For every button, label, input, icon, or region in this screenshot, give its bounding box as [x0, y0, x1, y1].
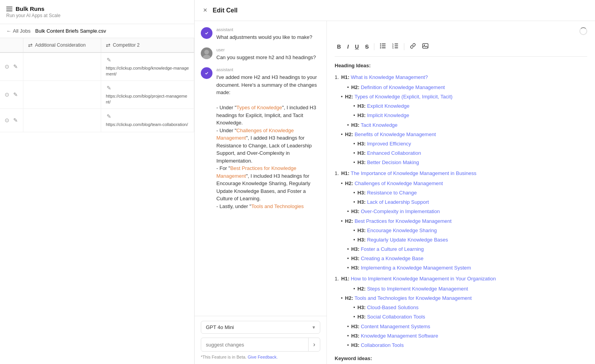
- th-additional: ⇄ Additional Consideration: [23, 38, 101, 52]
- back-link[interactable]: ← All Jobs: [6, 28, 31, 34]
- h3-item-8: • H3: Lack of Leadership Support: [335, 198, 587, 206]
- h3-item-5: • H3: Enhanced Collaboration: [335, 149, 587, 158]
- svg-point-8: [380, 47, 381, 49]
- edit-url-btn-2[interactable]: ✎: [106, 84, 112, 92]
- h2-item-2: • H2: Types of Knowledge (Explicit, Impl…: [335, 93, 587, 101]
- svg-rect-16: [423, 44, 428, 48]
- h1-item-2: 1. H1: The Importance of Knowledge Manag…: [335, 169, 587, 178]
- unordered-list-button[interactable]: [377, 42, 388, 51]
- chat-message-user: user Can you suggest more h2 and h3 head…: [201, 47, 320, 61]
- svg-point-2: [203, 55, 211, 59]
- h3-item-9: • H3: Over-Complexity in Implementation: [335, 207, 587, 216]
- chat-content-1: assistant What adjustments would you lik…: [216, 27, 320, 41]
- edit-url-btn-3[interactable]: ✎: [106, 112, 112, 120]
- edit-btn-3[interactable]: ✎: [12, 116, 19, 124]
- back-arrow-icon: ←: [6, 28, 11, 34]
- svg-point-17: [424, 45, 425, 46]
- chat-section: assistant What adjustments would you lik…: [195, 21, 327, 364]
- edit-btn-2[interactable]: ✎: [12, 91, 19, 98]
- feedback-link[interactable]: Give Feedback.: [247, 355, 277, 359]
- svg-point-3: [204, 70, 209, 76]
- model-name: GPT 4o Mini: [206, 324, 234, 330]
- assistant-avatar-1: [201, 27, 212, 39]
- svg-rect-15: [395, 47, 398, 48]
- check-icon[interactable]: ⊙: [5, 63, 9, 70]
- image-button[interactable]: [420, 41, 431, 52]
- close-button[interactable]: ×: [202, 5, 208, 15]
- edit-cell-body: assistant What adjustments would you lik…: [195, 21, 595, 364]
- chat-text-2: I've added more H2 and H3 headings to yo…: [216, 74, 320, 210]
- h2-item-4: • H2: Challenges of Knowledge Management: [335, 179, 587, 188]
- suggest-input-row: ›: [201, 338, 320, 352]
- model-selector[interactable]: GPT 4o Mini ▾: [201, 321, 320, 334]
- td-competitor-3: ✎ https://clickup.com/blog/team-collabor…: [101, 109, 194, 132]
- user-avatar: [201, 47, 212, 59]
- svg-point-0: [204, 30, 209, 36]
- app-subtitle: Run your AI Apps at Scale: [6, 13, 188, 18]
- h3-item-16: • H3: Social Collaboration Tools: [335, 313, 587, 321]
- h3-item-11: • H3: Regularly Update Knowledge Bases: [335, 236, 587, 244]
- link-button[interactable]: [407, 41, 418, 52]
- svg-rect-13: [395, 46, 398, 46]
- h3-item-1: • H3: Explicit Knowledge: [335, 102, 587, 110]
- check-icon-3[interactable]: ⊙: [5, 117, 9, 123]
- h3-item-19: • H3: Collaboration Tools: [335, 341, 587, 350]
- edit-cell-header: × Edit Cell: [195, 0, 595, 21]
- edit-url-btn-1[interactable]: ✎: [106, 56, 112, 64]
- table-row: ⊙ ✎ ✎ https://clickup.com/blog/project-m…: [0, 81, 194, 109]
- url-text-1: https://clickup.com/blog/knowledge-manag…: [106, 65, 189, 77]
- h3-item-13: • H3: Creating a Knowledge Base: [335, 254, 587, 263]
- chat-bottom: GPT 4o Mini ▾ › *This Feature is in Beta…: [195, 316, 326, 364]
- check-icon-2[interactable]: ⊙: [5, 91, 9, 98]
- strikethrough-button[interactable]: S: [363, 42, 371, 51]
- h3-item-2: • H3: Implicit Knowledge: [335, 111, 587, 120]
- td-actions-2: ⊙ ✎: [0, 81, 23, 108]
- underline-button[interactable]: U: [353, 42, 361, 51]
- beta-text: *This Feature is in Beta. Give Feedback.: [201, 355, 320, 359]
- h2-item-7: • H2: Tools and Technologies for Knowled…: [335, 294, 587, 303]
- chat-role-user: user: [216, 47, 320, 52]
- table-row: ⊙ ✎ ✎ https://clickup.com/blog/knowledge…: [0, 53, 194, 81]
- h3-item-10: • H3: Encourage Knowledge Sharing: [335, 226, 587, 235]
- ordered-list-button[interactable]: 1.2.3.: [390, 42, 401, 51]
- send-button[interactable]: ›: [308, 338, 320, 351]
- nav-file-title: Bulk Content Briefs Sample.csv: [35, 28, 106, 34]
- left-panel: Bulk Runs Run your AI Apps at Scale ← Al…: [0, 0, 195, 364]
- h3-item-6: • H3: Better Decision Making: [335, 158, 587, 167]
- h1-item-1: 1. H1: What is Knowledge Management?: [335, 73, 587, 82]
- h2-item-1: • H2: Definition of Knowledge Management: [335, 83, 587, 92]
- h3-item-7: • H3: Resistance to Change: [335, 189, 587, 197]
- td-actions-1: ⊙ ✎: [0, 53, 23, 80]
- hamburger-menu[interactable]: [6, 7, 12, 11]
- url-text-2: https://clickup.com/blog/project-managem…: [106, 93, 189, 105]
- table-header: ⇄ Additional Consideration ⇄ Competitor …: [0, 38, 194, 53]
- loading-spinner: [579, 27, 587, 35]
- h3-item-17: • H3: Content Management Systems: [335, 322, 587, 331]
- sync-icon: ⇄: [28, 42, 33, 48]
- svg-rect-9: [382, 47, 386, 48]
- bold-button[interactable]: B: [335, 42, 343, 51]
- h3-item-3: • H3: Tacit Knowledge: [335, 121, 587, 130]
- assistant-avatar-2: [201, 67, 212, 79]
- app-header: Bulk Runs Run your AI Apps at Scale: [0, 0, 194, 24]
- heading-ideas-label: Heading Ideas:: [335, 61, 587, 70]
- edit-btn-1[interactable]: ✎: [12, 63, 19, 70]
- td-additional-1: [23, 53, 101, 80]
- chat-message-assistant-2: assistant I've added more H2 and H3 head…: [201, 67, 320, 210]
- chat-text-user: Can you suggest more h2 and h3 headings?: [216, 54, 320, 61]
- h2-item-3: • H2: Benefits of Knowledge Management: [335, 130, 587, 139]
- edit-cell-title: Edit Cell: [213, 7, 238, 14]
- sync-icon-2: ⇄: [106, 42, 111, 48]
- h3-item-15: • H3: Cloud-Based Solutions: [335, 303, 587, 312]
- svg-rect-7: [382, 46, 386, 46]
- svg-text:3.: 3.: [392, 47, 394, 49]
- table-body: ⊙ ✎ ✎ https://clickup.com/blog/knowledge…: [0, 53, 194, 364]
- svg-rect-5: [382, 44, 386, 44]
- italic-button[interactable]: I: [345, 42, 351, 51]
- chat-content-user: user Can you suggest more h2 and h3 head…: [216, 47, 320, 61]
- suggest-input[interactable]: [201, 339, 308, 351]
- td-additional-2: [23, 81, 101, 108]
- h3-item-12: • H3: Foster a Culture of Learning: [335, 245, 587, 254]
- table-row: ⊙ ✎ ✎ https://clickup.com/blog/team-coll…: [0, 109, 194, 132]
- toolbar-divider-1: [374, 43, 374, 50]
